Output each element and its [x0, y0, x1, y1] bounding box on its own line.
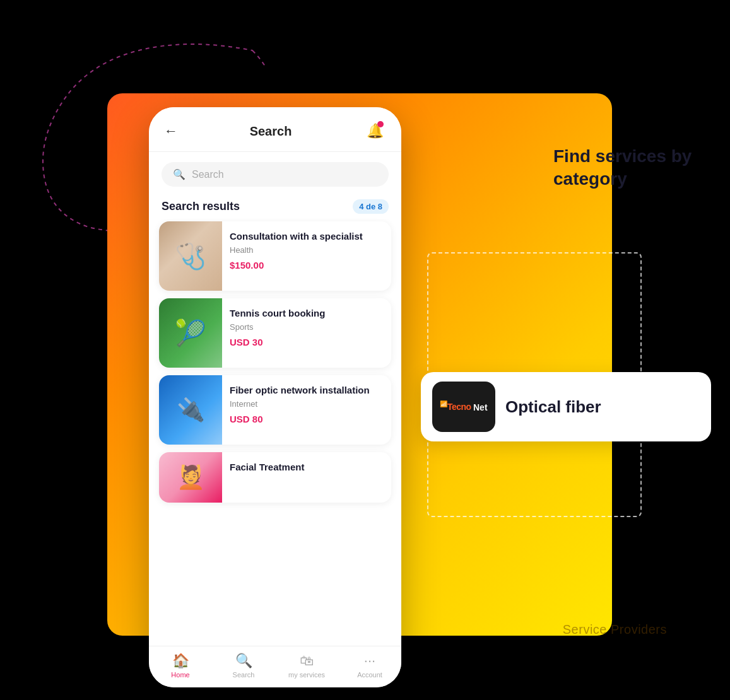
- service-name: Fiber optic network installation: [230, 384, 382, 397]
- service-info-facial: Facial Treatment: [222, 452, 382, 482]
- service-card-consultation[interactable]: Consultation with a specialist Health $1…: [159, 221, 391, 291]
- service-card-tennis[interactable]: Tennis court booking Sports USD 30: [159, 298, 391, 368]
- find-services-title: Find services by category: [553, 145, 692, 191]
- search-icon: 🔍: [173, 168, 185, 180]
- my-services-icon: 🛍: [300, 653, 314, 669]
- nav-label-search: Search: [233, 671, 255, 679]
- phone-header: ← Search 🔔: [149, 107, 401, 152]
- nav-item-home[interactable]: 🏠 Home: [158, 653, 203, 679]
- service-info-consultation: Consultation with a specialist Health $1…: [222, 221, 382, 277]
- service-image-fiber: [159, 375, 222, 445]
- notification-bell-button[interactable]: 🔔: [363, 120, 386, 143]
- service-name: Tennis court booking: [230, 307, 382, 320]
- home-icon: 🏠: [172, 653, 189, 669]
- optical-fiber-label: Optical fiber: [505, 397, 601, 417]
- service-card-facial[interactable]: Facial Treatment: [159, 452, 391, 503]
- phone-mockup: ← Search 🔔 🔍 Search Search results 4 de …: [149, 107, 401, 687]
- nav-item-search[interactable]: 🔍 Search: [221, 653, 266, 679]
- service-providers-label: Service Providers: [563, 622, 667, 637]
- service-price: USD 80: [230, 414, 382, 424]
- screen-title: Search: [250, 124, 292, 139]
- service-category: Health: [230, 245, 382, 255]
- service-info-tennis: Tennis court booking Sports USD 30: [222, 298, 382, 354]
- service-category: Sports: [230, 322, 382, 332]
- service-price: $150.00: [230, 260, 382, 271]
- service-price: USD 30: [230, 337, 382, 347]
- results-header: Search results 4 de 8: [149, 192, 401, 219]
- nav-label-home: Home: [171, 671, 189, 679]
- nav-label-my-services: my services: [288, 671, 325, 679]
- service-name: Consultation with a specialist: [230, 230, 382, 243]
- bottom-navigation: 🏠 Home 🔍 Search 🛍 my services ··· Accoun…: [149, 646, 401, 687]
- search-nav-icon: 🔍: [235, 653, 252, 669]
- notification-dot: [377, 121, 384, 127]
- nav-item-account[interactable]: ··· Account: [348, 653, 392, 679]
- search-input[interactable]: Search: [192, 169, 224, 180]
- service-image-tennis: [159, 298, 222, 368]
- nav-item-my-services[interactable]: 🛍 my services: [285, 653, 329, 679]
- results-count: 4 de 8: [353, 199, 389, 214]
- service-info-fiber: Fiber optic network installation Interne…: [222, 375, 382, 431]
- nav-label-account: Account: [357, 671, 382, 679]
- service-card-fiber[interactable]: Fiber optic network installation Interne…: [159, 375, 391, 445]
- service-image-facial: [159, 452, 222, 503]
- service-list: Consultation with a specialist Health $1…: [149, 219, 401, 646]
- find-services-section: Find services by category: [553, 145, 692, 191]
- service-category: Internet: [230, 399, 382, 409]
- tecnonet-logo: 📶Tecno Net: [432, 382, 495, 432]
- search-bar[interactable]: 🔍 Search: [162, 162, 389, 187]
- back-button[interactable]: ←: [164, 123, 178, 139]
- search-bar-container: 🔍 Search: [149, 152, 401, 192]
- service-name: Facial Treatment: [230, 461, 382, 474]
- account-icon: ···: [364, 653, 375, 669]
- optical-fiber-card: 📶Tecno Net Optical fiber: [421, 372, 711, 441]
- results-title: Search results: [162, 200, 240, 213]
- service-image-consultation: [159, 221, 222, 291]
